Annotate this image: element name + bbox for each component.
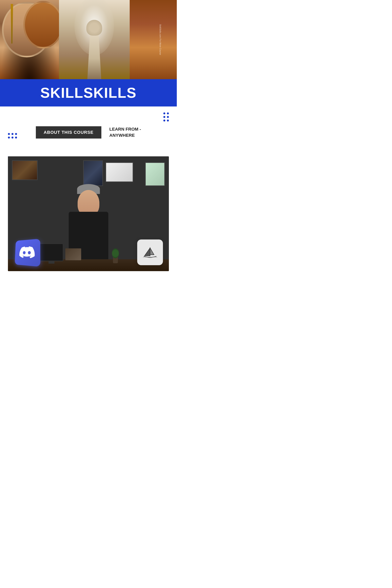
brand-title: SKILLSKILLS: [8, 85, 169, 101]
about-this-course-badge: ABOUT THIS COURSE: [36, 126, 102, 138]
learn-from-text: LEARN FROM - ANYWHERE: [109, 126, 141, 138]
hooded-figure: [78, 20, 110, 79]
dot: [167, 112, 169, 114]
desk-cards: [65, 248, 81, 260]
midjourney-icon-overlay: [137, 239, 163, 265]
wall-art-3: [106, 162, 133, 182]
dot: [163, 112, 165, 114]
boat-svg-icon: [142, 244, 158, 260]
studio-wall: [8, 156, 169, 271]
dot: [12, 136, 14, 138]
dot: [8, 136, 10, 138]
discord-cube: [15, 239, 40, 267]
video-frame[interactable]: [8, 156, 169, 271]
wall-art-1: [12, 160, 38, 180]
dot: [163, 119, 165, 121]
hero-section: SkillSkills.com For More Course: [0, 0, 177, 79]
dot: [163, 116, 165, 118]
dot: [8, 133, 10, 135]
hero-image: SkillSkills.com For More Course: [0, 0, 177, 79]
dot: [15, 133, 17, 135]
video-container: [0, 156, 177, 271]
hero-panel-right: SkillSkills.com For More Course: [130, 0, 177, 79]
dot: [167, 116, 169, 118]
wall-art-2: [83, 160, 103, 186]
middle-section: ABOUT THIS COURSE LEARN FROM - ANYWHERE: [0, 106, 177, 144]
decorative-dots-bottom-left: [8, 133, 17, 138]
about-row: ABOUT THIS COURSE LEARN FROM - ANYWHERE: [8, 126, 169, 138]
dot: [167, 119, 169, 121]
desk-plant: [112, 247, 120, 263]
discord-svg-icon: [19, 244, 35, 261]
desk-monitor: [40, 243, 63, 261]
hero-panel-center: [59, 0, 130, 79]
discord-icon-overlay: [14, 239, 40, 265]
decorative-dots-top-right: [163, 112, 169, 121]
watermark-text: SkillSkills.com For More Course: [159, 24, 162, 55]
dot: [15, 136, 17, 138]
hero-panel-left: [0, 0, 59, 79]
dot: [12, 133, 14, 135]
wall-art-4: [145, 162, 165, 186]
brand-banner: SKILLSKILLS: [0, 79, 177, 106]
